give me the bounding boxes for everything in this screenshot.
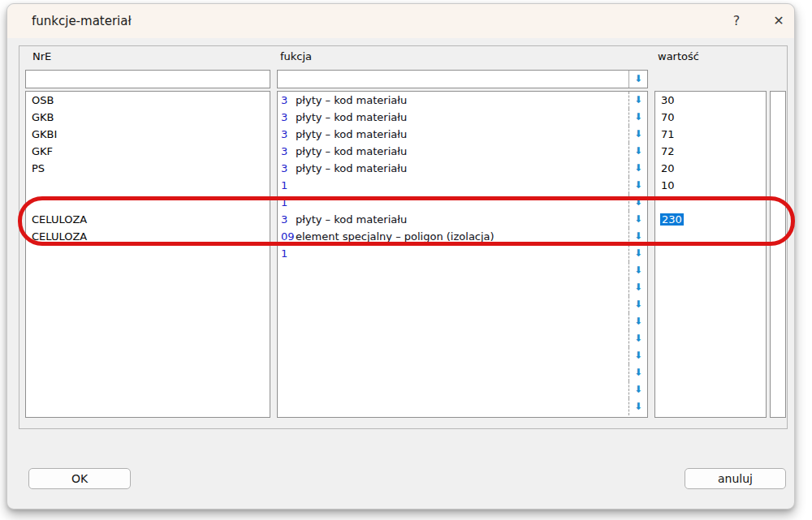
nre-cell: CELULOZA: [26, 230, 87, 243]
row-dropdown-arrow-icon[interactable]: ⬇: [628, 211, 647, 228]
nre-row[interactable]: [26, 330, 270, 347]
wartosc-row[interactable]: [655, 228, 766, 245]
nre-filter-input[interactable]: [26, 73, 270, 85]
row-dropdown-arrow-icon[interactable]: ⬇: [628, 330, 647, 347]
wartosc-row[interactable]: 10: [655, 177, 766, 194]
fukcja-row[interactable]: 3płyty – kod materiału⬇: [278, 109, 647, 126]
nre-row[interactable]: [26, 194, 270, 211]
col-header-nre: NrE: [32, 50, 51, 62]
wartosc-row[interactable]: 230: [655, 211, 766, 228]
fukcja-code-cell: 3: [278, 211, 296, 228]
nre-row[interactable]: [26, 262, 270, 279]
nre-row[interactable]: [26, 364, 270, 381]
row-dropdown-arrow-icon[interactable]: ⬇: [628, 194, 647, 211]
nre-row[interactable]: GKF: [26, 143, 270, 160]
nre-row[interactable]: [26, 398, 270, 415]
fukcja-row[interactable]: 3płyty – kod materiału⬇: [278, 92, 647, 109]
fukcja-row[interactable]: ⬇: [278, 330, 647, 347]
fukcja-desc-cell: [296, 313, 628, 330]
row-dropdown-arrow-icon[interactable]: ⬇: [628, 92, 647, 109]
cancel-button[interactable]: anuluj: [685, 468, 786, 489]
fukcja-desc-cell: płyty – kod materiału: [296, 211, 628, 228]
wartosc-list[interactable]: 307071722010230: [654, 91, 767, 418]
wartosc-cell: 71: [661, 128, 675, 140]
nre-row[interactable]: [26, 347, 270, 364]
fukcja-row[interactable]: ⬇: [278, 262, 647, 279]
row-dropdown-arrow-icon[interactable]: ⬇: [628, 381, 647, 398]
wartosc-row[interactable]: [655, 194, 766, 211]
help-button[interactable]: ?: [722, 10, 751, 32]
row-dropdown-arrow-icon[interactable]: ⬇: [628, 347, 647, 364]
nre-row[interactable]: GKBI: [26, 126, 270, 143]
wartosc-row[interactable]: 71: [655, 126, 766, 143]
nre-row[interactable]: OSB: [26, 92, 270, 109]
nre-row[interactable]: [26, 245, 270, 262]
row-dropdown-arrow-icon[interactable]: ⬇: [628, 126, 647, 143]
fukcja-row[interactable]: 3płyty – kod materiału⬇: [278, 211, 647, 228]
fukcja-row[interactable]: 3płyty – kod materiału⬇: [278, 126, 647, 143]
fukcja-row[interactable]: 1⬇: [278, 177, 647, 194]
dialog-funkcje-material: funkcje-materiał ? ✕ NrE fukcja wartość …: [6, 3, 795, 509]
fukcja-row[interactable]: ⬇: [278, 364, 647, 381]
ok-button[interactable]: OK: [28, 468, 131, 489]
nre-row[interactable]: GKB: [26, 109, 270, 126]
fukcja-row[interactable]: ⬇: [278, 398, 647, 415]
titlebar[interactable]: funkcje-materiał ? ✕: [7, 4, 794, 38]
row-dropdown-arrow-icon[interactable]: ⬇: [628, 364, 647, 381]
fukcja-code-cell: 09: [278, 228, 296, 245]
close-button[interactable]: ✕: [764, 10, 793, 32]
wartosc-row[interactable]: [655, 313, 766, 330]
row-dropdown-arrow-icon[interactable]: ⬇: [628, 160, 647, 177]
row-dropdown-arrow-icon[interactable]: ⬇: [628, 109, 647, 126]
nre-row[interactable]: CELULOZA: [26, 211, 270, 228]
wartosc-row[interactable]: [655, 330, 766, 347]
fukcja-row[interactable]: 09element specjalny – poligon (izolacja)…: [278, 228, 647, 245]
fukcja-row[interactable]: 1⬇: [278, 194, 647, 211]
wartosc-row[interactable]: 70: [655, 109, 766, 126]
wartosc-row[interactable]: 72: [655, 143, 766, 160]
nre-cell: [26, 196, 32, 208]
nre-row[interactable]: [26, 296, 270, 313]
nre-cell: GKBI: [26, 128, 57, 140]
fukcja-row[interactable]: 1⬇: [278, 245, 647, 262]
nre-row[interactable]: [26, 381, 270, 398]
nre-row[interactable]: [26, 313, 270, 330]
row-dropdown-arrow-icon[interactable]: ⬇: [628, 177, 647, 194]
fukcja-desc-cell: płyty – kod materiału: [296, 92, 628, 109]
wartosc-row[interactable]: [655, 262, 766, 279]
fukcja-row[interactable]: ⬇: [278, 279, 647, 296]
wartosc-row[interactable]: [655, 381, 766, 398]
wartosc-row[interactable]: [655, 347, 766, 364]
wartosc-row[interactable]: 20: [655, 160, 766, 177]
nre-list[interactable]: OSBGKBGKBIGKFPSCELULOZACELULOZA: [25, 91, 270, 418]
row-dropdown-arrow-icon[interactable]: ⬇: [628, 245, 647, 262]
nre-row[interactable]: CELULOZA: [26, 228, 270, 245]
fukcja-list[interactable]: 3płyty – kod materiału⬇3płyty – kod mate…: [277, 91, 648, 418]
nre-row[interactable]: [26, 279, 270, 296]
row-dropdown-arrow-icon[interactable]: ⬇: [628, 143, 647, 160]
fukcja-filter-dropdown-arrow-icon[interactable]: ⬇: [628, 71, 647, 88]
fukcja-desc-cell: [296, 330, 628, 347]
row-dropdown-arrow-icon[interactable]: ⬇: [628, 313, 647, 330]
row-dropdown-arrow-icon[interactable]: ⬇: [628, 228, 647, 245]
wartosc-row[interactable]: [655, 364, 766, 381]
fukcja-row[interactable]: 3płyty – kod materiału⬇: [278, 143, 647, 160]
nre-row[interactable]: PS: [26, 160, 270, 177]
row-dropdown-arrow-icon[interactable]: ⬇: [628, 398, 647, 415]
wartosc-row[interactable]: [655, 398, 766, 415]
row-dropdown-arrow-icon[interactable]: ⬇: [628, 279, 647, 296]
fukcja-row[interactable]: ⬇: [278, 381, 647, 398]
nre-row[interactable]: [26, 177, 270, 194]
fukcja-row[interactable]: ⬇: [278, 296, 647, 313]
fukcja-row[interactable]: ⬇: [278, 313, 647, 330]
fukcja-row[interactable]: ⬇: [278, 347, 647, 364]
wartosc-row[interactable]: [655, 279, 766, 296]
row-dropdown-arrow-icon[interactable]: ⬇: [628, 296, 647, 313]
fukcja-filter-input[interactable]: [278, 71, 628, 88]
row-dropdown-arrow-icon[interactable]: ⬇: [628, 262, 647, 279]
wartosc-row[interactable]: [655, 296, 766, 313]
wartosc-row[interactable]: 30: [655, 92, 766, 109]
fukcja-code-cell: 3: [278, 109, 296, 126]
fukcja-row[interactable]: 3płyty – kod materiału⬇: [278, 160, 647, 177]
wartosc-row[interactable]: [655, 245, 766, 262]
